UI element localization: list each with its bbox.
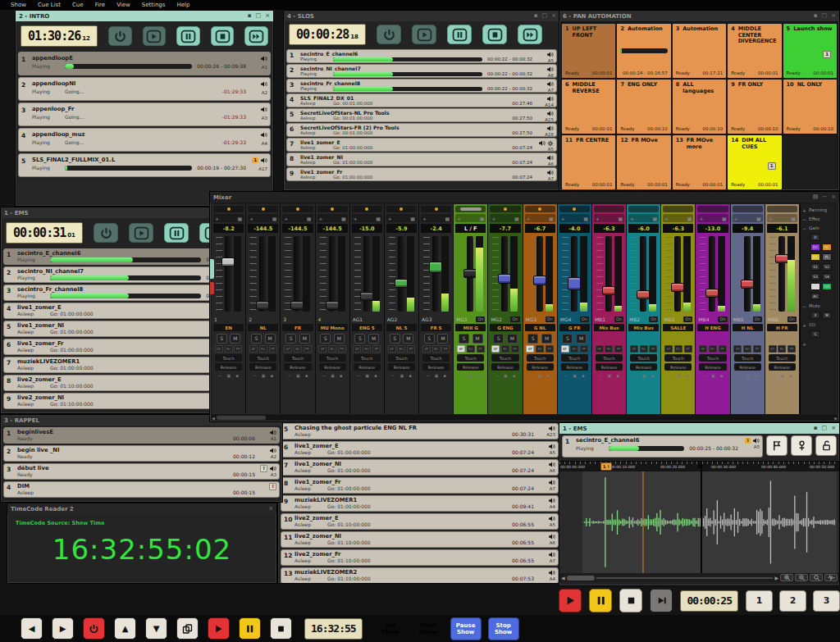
cue-row[interactable]: 5 Chasing the ghost particule ENG NL FR … — [281, 423, 559, 439]
menu-item[interactable]: Cue — [72, 2, 84, 8]
fader-knob[interactable] — [705, 289, 719, 298]
touch-button[interactable]: Touch — [527, 354, 554, 362]
cue-row[interactable]: 1 appendloopE Playing 00:00:26 - 00:09:3… — [18, 52, 271, 75]
panel-chip[interactable]: M — [822, 312, 832, 319]
automation-button-2[interactable]: RC — [363, 345, 371, 353]
fader-track[interactable] — [259, 236, 266, 312]
cue-row[interactable]: 2 appendloopNI Playing Going... -01:29:3… — [18, 77, 271, 101]
hotkey-cue-cell[interactable]: 7ENG ONLY Ready 00:00:10 — [617, 80, 670, 134]
strip-header[interactable]: +▦ — [767, 214, 797, 222]
mute-button[interactable]: M — [368, 334, 379, 344]
panel-chip[interactable]: S2 — [822, 263, 832, 271]
menu-item[interactable]: Help — [176, 2, 189, 8]
scroll-right-icon[interactable]: ▶ — [774, 575, 778, 581]
memory-pad-button[interactable]: 1 — [746, 590, 773, 612]
panel-row[interactable]: + — [802, 340, 836, 347]
hotkey-cue-cell[interactable]: 12FR MOve Ready 00:00:01 — [617, 135, 670, 189]
play-button[interactable] — [559, 589, 582, 612]
automation-button-3[interactable]: PF — [649, 345, 657, 353]
cue-row[interactable]: 7 live1_zomer_NI Asleep Go: 01:00:00:000… — [281, 459, 559, 476]
release-button[interactable]: Release — [249, 363, 276, 371]
hotkey-cue-cell[interactable]: 3Automation Ready 00:17:21 — [673, 24, 726, 78]
panel-row[interactable]: − Mute — [802, 303, 836, 309]
strip-header[interactable]: +▦ — [421, 214, 451, 222]
waveform-area[interactable] — [559, 471, 839, 573]
strip-header[interactable]: +▦ — [455, 214, 486, 222]
solo-button[interactable]: S — [217, 334, 227, 344]
automation-button-2[interactable]: RC — [605, 345, 613, 353]
cue-row[interactable]: 1 beginlivesE Ready 00:00:06 A1 — [3, 427, 280, 444]
release-button[interactable]: Release — [596, 363, 623, 371]
previous-cue-button[interactable]: ◀ — [21, 617, 43, 640]
on-button[interactable]: On — [788, 316, 797, 322]
strip-name-tag[interactable]: NL — [248, 324, 278, 331]
power-button[interactable] — [94, 223, 118, 243]
show-control-button[interactable]: StartShow — [413, 617, 444, 640]
fader-track[interactable] — [605, 236, 612, 312]
scroll-left-icon[interactable]: ◀ — [561, 575, 565, 581]
automation-button-2[interactable]: RC — [570, 345, 578, 353]
strip-name-tag[interactable]: G ENG — [490, 324, 520, 331]
automation-button-1[interactable]: SF — [284, 345, 292, 353]
strip-header[interactable]: +▦ — [386, 214, 417, 222]
flag-marker-button[interactable] — [766, 435, 788, 456]
close-icon[interactable]: × — [831, 194, 836, 200]
minimize-icon[interactable]: − — [822, 194, 827, 200]
ffwd-button[interactable] — [518, 25, 542, 44]
cue-row[interactable]: 5 SecretLiveOfStars-NL Pro Tools Asleep … — [286, 108, 557, 122]
automation-button-3[interactable]: PF — [234, 345, 242, 353]
cue-row[interactable]: 3 début live Ready 00:00:15 ! A3 — [3, 463, 280, 480]
cue-row[interactable]: 7 live1_zomer_E Asleep Go: 01:00:00:000 … — [286, 138, 557, 152]
fader-knob[interactable] — [360, 292, 373, 301]
next-cue-button[interactable]: ▶ — [52, 617, 74, 640]
mute-button[interactable]: M — [472, 334, 483, 344]
on-button[interactable]: On — [546, 316, 555, 322]
mute-button[interactable]: M — [230, 334, 240, 344]
automation-button-2[interactable]: RC — [328, 345, 336, 353]
cue-row[interactable]: 8 live1_zomer_NI Asleep Go: 01:00:00:000… — [286, 153, 557, 166]
release-button[interactable]: Release — [388, 363, 415, 371]
fader-knob[interactable] — [533, 275, 546, 285]
automation-button-1[interactable]: SF — [318, 345, 326, 353]
fader-knob[interactable] — [463, 269, 477, 278]
touch-button[interactable]: Touch — [769, 354, 796, 362]
panel-row[interactable]: S1 S2 — [802, 263, 836, 271]
panel-row[interactable]: D — [802, 234, 836, 241]
fader-track[interactable] — [744, 236, 751, 312]
fader-knob[interactable] — [498, 274, 511, 284]
show-control-button[interactable]: StopShow — [488, 617, 519, 640]
strip-name-tag[interactable]: ENG S — [352, 324, 382, 331]
wave-scrollbar[interactable]: ◀ ▶ — [559, 573, 839, 582]
fader-track[interactable] — [674, 236, 681, 312]
automation-button-3[interactable]: PF — [511, 345, 519, 353]
touch-button[interactable]: Touch — [664, 354, 692, 362]
hotkey-cue-cell[interactable]: 13FR MOve more Ready 00:00:01 — [673, 135, 726, 189]
hotkey-cue-cell[interactable]: 8ALL languages Ready 00:00:10 — [673, 80, 726, 134]
automation-button-3[interactable]: PF — [719, 345, 727, 353]
menu-item[interactable]: View — [116, 2, 130, 8]
cue-row[interactable]: 4 DIM Asleep 00:00:15 ! — [3, 481, 280, 498]
hotkey-cue-cell[interactable]: 9FR ONLY Ready 00:00:10 — [728, 80, 781, 134]
automation-button-3[interactable]: PF — [580, 345, 588, 353]
automation-button-2[interactable]: RC — [743, 345, 751, 353]
cue-row[interactable]: 4 appendloop_muz Playing Going... -01:29… — [18, 128, 271, 152]
panel-chip[interactable]: C — [810, 330, 820, 338]
memory-pad-button[interactable]: 3 — [813, 590, 840, 612]
touch-button[interactable]: Touch — [284, 354, 311, 362]
pin-marker-button[interactable] — [791, 435, 812, 456]
pause-button[interactable] — [239, 617, 261, 640]
cue-row[interactable]: 10 live2_zomer_E Asleep Go: 01:10:00:000… — [281, 513, 559, 530]
touch-button[interactable]: Touch — [561, 354, 588, 362]
play-button[interactable] — [143, 26, 167, 46]
pin-icon[interactable]: ▪ — [248, 13, 252, 19]
panel-chip[interactable]: DC — [810, 244, 820, 251]
strip-footer[interactable]: −▣▪ — [248, 371, 278, 379]
cue-row[interactable]: 11 live2_zomer_NI Asleep Go: 01:10:00:00… — [281, 531, 559, 548]
panel-chip[interactable]: DC — [810, 283, 820, 290]
strip-footer[interactable]: −▣▪ — [386, 371, 417, 379]
solo-button[interactable]: S — [562, 334, 573, 344]
hotkey-cue-cell[interactable]: 10NL ONLY Ready 00:00:10 — [783, 80, 837, 134]
cue-row[interactable]: 9 muziekLIVEZOMER1 Asleep Go: 01:00:00:0… — [281, 495, 559, 512]
cue-row[interactable]: 2 begin live _NI Ready 00:00:12 A2 — [3, 445, 280, 462]
pin-icon[interactable]: ▪ — [814, 13, 818, 19]
